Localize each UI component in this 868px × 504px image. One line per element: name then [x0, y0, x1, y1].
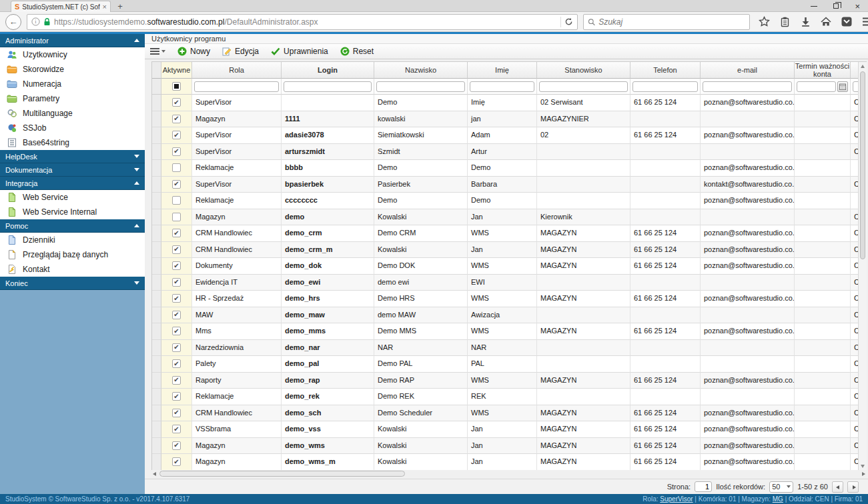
sidebar-item-skorowidze[interactable]: Skorowidze: [0, 62, 145, 77]
column-header-email[interactable]: e-mail: [701, 62, 795, 79]
filter-email-input[interactable]: [703, 81, 792, 92]
table-row[interactable]: CRM Handlowiec demo_sch Demo Scheduler W…: [152, 405, 867, 422]
table-row[interactable]: VSSbrama demo_vss Kowalski Jan MAGAZYN 6…: [152, 421, 867, 438]
table-row[interactable]: SuperVisor bpasierbek Pasierbek Barbara …: [152, 177, 867, 193]
table-row[interactable]: Magazyn 1111 kowalski jan MAGAZYNIER C: [152, 111, 867, 128]
horizontal-scrollbar[interactable]: [151, 470, 867, 478]
row-selector[interactable]: [152, 356, 161, 373]
sidebar-item-base64string[interactable]: Base64string: [0, 135, 145, 150]
column-header-stanowisko[interactable]: Stanowisko: [537, 62, 630, 79]
table-row[interactable]: Magazyn demo Kowalski Jan Kierownik C: [152, 209, 867, 226]
sidebar-item-numeracja[interactable]: Numeracja: [0, 77, 145, 91]
library-icon[interactable]: [779, 16, 791, 28]
previous-page-button[interactable]: [832, 481, 843, 493]
table-row[interactable]: CRM Handlowiec demo_crm Demo CRM WMS MAG…: [152, 225, 867, 242]
row-selector[interactable]: [152, 193, 161, 209]
reset-button[interactable]: Reset: [340, 47, 374, 56]
row-selector[interactable]: [152, 127, 161, 144]
row-selector[interactable]: [152, 242, 161, 259]
window-minimize-button[interactable]: [811, 6, 817, 7]
row-selector[interactable]: [152, 340, 161, 357]
active-checkbox[interactable]: [172, 245, 181, 254]
table-row[interactable]: Dokumenty demo_dok Demo DOK WMS MAGAZYN …: [152, 258, 867, 275]
sidebar-item-web-service-internal[interactable]: Web Service Internal: [0, 205, 145, 219]
horizontal-scroll-thumb[interactable]: [159, 471, 405, 477]
filter-nazwisko-input[interactable]: [376, 81, 465, 92]
window-restore-button[interactable]: [833, 3, 839, 9]
row-selector[interactable]: [152, 111, 161, 128]
info-icon[interactable]: i: [31, 17, 40, 26]
filter-stanowisko-input[interactable]: [539, 81, 628, 92]
home-icon[interactable]: [820, 16, 832, 28]
sidebar-section-koniec[interactable]: Koniec: [0, 277, 145, 290]
active-checkbox[interactable]: [172, 261, 181, 270]
vertical-scroll-thumb[interactable]: [860, 71, 865, 259]
filter-rola-input[interactable]: [194, 81, 279, 92]
active-checkbox[interactable]: [172, 98, 181, 107]
row-selector[interactable]: [152, 144, 161, 161]
back-button[interactable]: ←: [5, 14, 21, 30]
permissions-button[interactable]: Uprawnienia: [271, 47, 328, 56]
active-checkbox[interactable]: [172, 294, 181, 303]
sidebar-section-dokumentacja[interactable]: Dokumentacja: [0, 163, 145, 177]
active-checkbox[interactable]: [172, 441, 181, 450]
column-header-login[interactable]: Login: [282, 62, 374, 79]
row-selector[interactable]: [152, 95, 161, 111]
table-row[interactable]: HR - Sprzedaż demo_hrs Demo HRS WMS MAGA…: [152, 291, 867, 307]
search-bar[interactable]: [583, 14, 750, 30]
scroll-right-icon[interactable]: [862, 472, 865, 476]
table-row[interactable]: Magazyn demo_wms_m Kowalski Jan MAGAZYN …: [152, 454, 867, 470]
table-row[interactable]: Reklamacje bbbb Demo Demo poznan@softwar…: [152, 160, 867, 177]
row-selector[interactable]: [152, 291, 161, 307]
row-selector[interactable]: [152, 177, 161, 193]
table-row[interactable]: Magazyn demo_wms Kowalski Jan MAGAZYN 61…: [152, 438, 867, 455]
filter-termin-input[interactable]: [797, 81, 836, 92]
sidebar-section-helpdesk[interactable]: HelpDesk: [0, 150, 145, 163]
table-row[interactable]: SuperVisor Demo Imię 02 Serwisant 61 66 …: [152, 95, 867, 111]
active-checkbox[interactable]: [172, 376, 181, 385]
sidebar-item-parametry[interactable]: Parametry: [0, 91, 145, 106]
filter-imie-input[interactable]: [470, 81, 534, 92]
hamburger-menu-icon[interactable]: [861, 16, 868, 28]
row-selector[interactable]: [152, 209, 161, 226]
column-header-rola[interactable]: Rola: [192, 62, 282, 79]
page-number-input[interactable]: [695, 481, 712, 492]
filter-telefon-input[interactable]: [632, 81, 698, 92]
reload-icon[interactable]: [564, 17, 573, 26]
row-selector[interactable]: [152, 258, 161, 275]
active-checkbox[interactable]: [172, 115, 181, 123]
active-checkbox[interactable]: [172, 131, 181, 139]
sidebar-item-dzienniki[interactable]: Dzienniki: [0, 233, 145, 247]
downloads-icon[interactable]: [799, 16, 811, 28]
page-size-select[interactable]: 50: [769, 481, 793, 493]
active-checkbox[interactable]: [172, 392, 181, 401]
row-selector[interactable]: [152, 323, 161, 340]
browser-tab[interactable]: S StudioSystem.NET (c) Softw ×: [11, 1, 111, 12]
window-close-button[interactable]: ×: [855, 2, 860, 11]
table-row[interactable]: Narzedziownia demo_nar NAR NAR C: [152, 340, 867, 357]
row-selector[interactable]: [152, 405, 161, 422]
sidebar-section-pomoc[interactable]: Pomoc: [0, 219, 145, 233]
filter-aktywne-checkbox[interactable]: [172, 82, 181, 91]
scroll-up-icon[interactable]: [861, 65, 865, 68]
table-row[interactable]: SuperVisor arturszmidt Szmidt Artur C: [152, 144, 867, 161]
sidebar-item-ssjob[interactable]: SSJob: [0, 121, 145, 135]
scroll-down-icon[interactable]: [861, 465, 865, 468]
table-row[interactable]: Mms demo_mms Demo MMS WMS MAGAZYN 61 66 …: [152, 323, 867, 340]
table-row[interactable]: CRM Handlowiec demo_crm_m Kowalski Jan M…: [152, 242, 867, 259]
sidebar-item-uzytkownicy[interactable]: Uzytkownicy: [0, 47, 145, 62]
sidebar-section-administrator[interactable]: Administrator: [0, 34, 145, 47]
scroll-left-icon[interactable]: [153, 472, 156, 476]
column-header-telefon[interactable]: Telefon: [630, 62, 701, 79]
calendar-icon[interactable]: [837, 81, 848, 92]
row-selector[interactable]: [152, 160, 161, 177]
search-input[interactable]: [598, 17, 745, 27]
active-checkbox[interactable]: [172, 409, 181, 417]
row-selector[interactable]: [152, 373, 161, 389]
active-checkbox[interactable]: [172, 229, 181, 237]
row-selector[interactable]: [152, 307, 161, 324]
active-checkbox[interactable]: [172, 147, 181, 156]
active-checkbox[interactable]: [172, 311, 181, 319]
active-checkbox[interactable]: [172, 196, 181, 205]
next-page-button[interactable]: [847, 481, 859, 493]
